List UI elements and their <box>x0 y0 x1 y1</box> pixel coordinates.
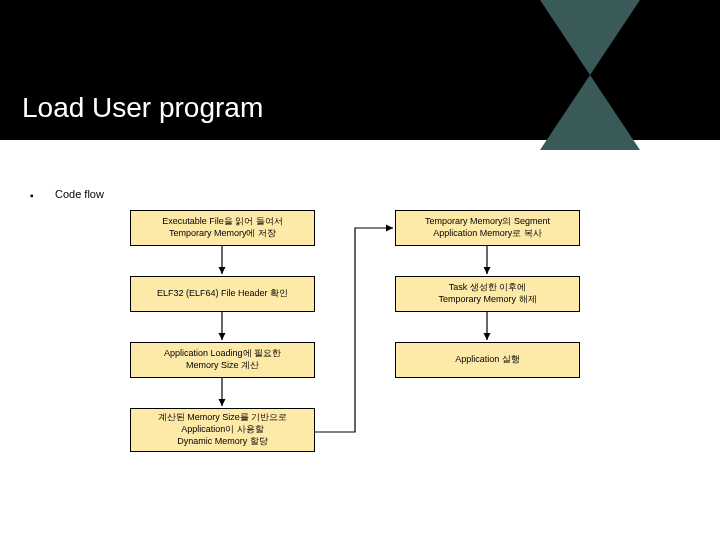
decoration-triangle-bottom <box>540 75 640 150</box>
flow-column-right: Temporary Memory의 SegmentApplication Mem… <box>395 210 580 378</box>
slide-header: Load User program <box>0 0 720 140</box>
flow-arrows <box>0 140 720 540</box>
decoration-triangle-top <box>540 0 640 75</box>
section-label: Code flow <box>55 188 104 200</box>
flow-box: Executable File을 읽어 들여서Temporary Memory에… <box>130 210 315 246</box>
slide-title: Load User program <box>22 92 263 124</box>
content-area: ▪ Code flow Executable File을 읽어 들여서Tempo… <box>0 140 720 190</box>
flow-box: Application Loading에 필요한Memory Size 계산 <box>130 342 315 378</box>
flow-box: Temporary Memory의 SegmentApplication Mem… <box>395 210 580 246</box>
flow-box: Task 생성한 이후에Temporary Memory 해제 <box>395 276 580 312</box>
flow-box: ELF32 (ELF64) File Header 확인 <box>130 276 315 312</box>
bullet-icon: ▪ <box>30 190 34 201</box>
flow-column-left: Executable File을 읽어 들여서Temporary Memory에… <box>130 210 315 452</box>
flow-box: Application 실행 <box>395 342 580 378</box>
flow-box: 계산된 Memory Size를 기반으로Application이 사용할Dyn… <box>130 408 315 452</box>
